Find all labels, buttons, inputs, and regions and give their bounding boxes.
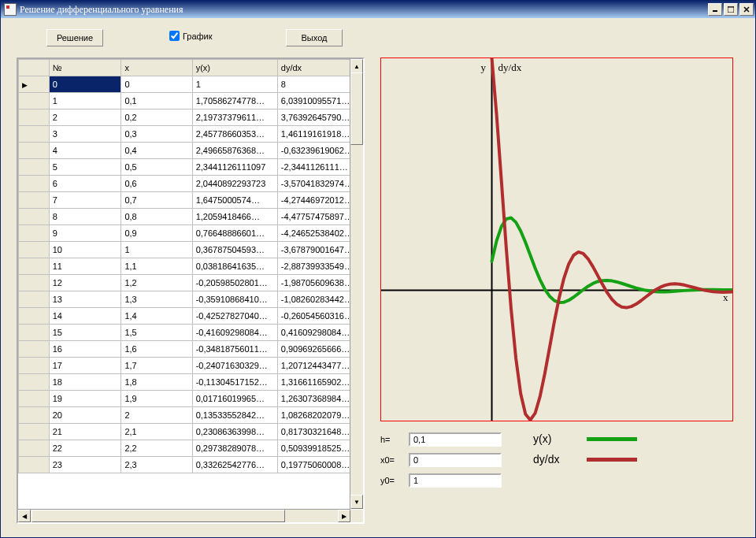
chart-checkbox-label[interactable]: График [183, 32, 213, 41]
cell[interactable]: 0,2 [121, 109, 192, 126]
cell[interactable]: 0,7 [121, 192, 192, 209]
cell[interactable]: -0,24071630329… [192, 358, 277, 374]
cell[interactable]: 2,3 [121, 457, 192, 473]
cell[interactable]: 6 [49, 176, 121, 192]
cell[interactable]: 1,2 [121, 275, 192, 291]
table-row[interactable]: 131,3-0,35910868410…-1,08260283442… [19, 291, 363, 308]
cell[interactable]: 2,0440892293723 [192, 176, 277, 192]
scroll-down-icon[interactable]: ▼ [350, 495, 363, 509]
cell[interactable]: 1 [192, 76, 277, 93]
table-row[interactable]: 2020,13533552842…1,08268202079… [19, 407, 363, 424]
h-input[interactable] [409, 432, 502, 447]
x0-input[interactable] [409, 453, 502, 467]
cell[interactable]: -0,35910868410… [192, 291, 277, 308]
table-row[interactable]: 191,90,01716019965…1,26307368984… [19, 391, 363, 407]
cell[interactable]: 1,6475000574… [192, 192, 277, 209]
table-row[interactable]: 80,81,2059418466…-4,47757475897… [19, 209, 363, 225]
cell[interactable]: 22 [49, 440, 121, 457]
cell[interactable]: 2,1 [121, 424, 192, 440]
cell[interactable]: 2,2 [121, 440, 192, 457]
scroll-right-icon[interactable]: ▶ [338, 510, 350, 522]
col-header-num[interactable]: № [49, 60, 121, 76]
cell[interactable]: 2,49665876368… [192, 143, 277, 159]
scroll-up-icon[interactable]: ▲ [350, 59, 363, 73]
table-row[interactable]: 20,22,19737379611…3,76392645790… [19, 109, 363, 126]
cell[interactable]: 8 [49, 209, 121, 225]
cell[interactable]: 10 [49, 242, 121, 258]
cell[interactable]: 0,9 [121, 225, 192, 242]
cell[interactable]: 2 [49, 109, 121, 126]
cell[interactable]: 1,4 [121, 308, 192, 325]
cell[interactable]: 0,76648886601… [192, 225, 277, 242]
cell[interactable]: 1,1 [121, 258, 192, 275]
close-button[interactable] [739, 3, 754, 16]
cell[interactable]: 2,3441126111097 [192, 159, 277, 176]
cell[interactable]: 0,1 [121, 93, 192, 109]
cell[interactable]: 2 [121, 407, 192, 424]
cell[interactable]: 0 [121, 76, 192, 93]
cell[interactable]: 0,3 [121, 126, 192, 143]
cell[interactable]: -0,20598502801… [192, 275, 277, 291]
cell[interactable]: 23 [49, 457, 121, 473]
table-row[interactable]: 161,6-0,34818756011…0,90969265666… [19, 341, 363, 358]
cell[interactable]: 20 [49, 407, 121, 424]
cell[interactable]: 1,5 [121, 325, 192, 341]
table-row[interactable]: 171,7-0,24071630329…1,20712443477… [19, 358, 363, 374]
table-row[interactable]: 212,10,23086363998…0,81730321648… [19, 424, 363, 440]
table-row[interactable]: 30,32,45778660353…1,46119161918… [19, 126, 363, 143]
cell[interactable]: 1 [121, 242, 192, 258]
cell[interactable]: 0 [49, 76, 121, 93]
scroll-thumb-h[interactable] [32, 510, 285, 522]
cell[interactable]: 1,6 [121, 341, 192, 358]
y0-input[interactable] [409, 473, 502, 488]
cell[interactable]: 1,7 [121, 358, 192, 374]
col-header-y[interactable]: y(x) [192, 60, 277, 76]
table-row[interactable]: 50,52,3441126111097-2,3441126111… [19, 159, 363, 176]
col-header-x[interactable]: x [121, 60, 192, 76]
cell[interactable]: 0,6 [121, 176, 192, 192]
cell[interactable]: 0,13533552842… [192, 407, 277, 424]
cell[interactable]: 14 [49, 308, 121, 325]
cell[interactable]: 1 [49, 93, 121, 109]
cell[interactable]: 0,4 [121, 143, 192, 159]
cell[interactable]: 15 [49, 325, 121, 341]
cell[interactable]: 7 [49, 192, 121, 209]
table-row[interactable]: 151,5-0,41609298084…0,41609298084… [19, 325, 363, 341]
table-row[interactable]: 60,62,0440892293723-3,57041832974… [19, 176, 363, 192]
table-row[interactable]: 111,10,03818641635…-2,88739933549… [19, 258, 363, 275]
exit-button[interactable]: Выход [286, 29, 343, 46]
table-row[interactable]: 222,20,29738289078…0,50939918525… [19, 440, 363, 457]
cell[interactable]: 0,29738289078… [192, 440, 277, 457]
table-row[interactable]: 10,11,70586274778…6,03910095571… [19, 93, 363, 109]
chart-checkbox[interactable] [169, 31, 180, 41]
minimize-button[interactable] [708, 3, 722, 16]
table-row[interactable]: 141,4-0,42527827040…-0,26054560316… [19, 308, 363, 325]
scroll-left-icon[interactable]: ◀ [18, 510, 31, 522]
cell[interactable]: 0,23086363998… [192, 424, 277, 440]
cell[interactable]: 0,33262542776… [192, 457, 277, 473]
maximize-button[interactable] [724, 3, 738, 16]
table-row[interactable]: 0018 [19, 76, 363, 93]
cell[interactable]: 0,01716019965… [192, 391, 277, 407]
cell[interactable]: 1,3 [121, 291, 192, 308]
cell[interactable]: 2,45778660353… [192, 126, 277, 143]
table-row[interactable]: 232,30,33262542776…0,19775060008… [19, 457, 363, 473]
cell[interactable]: -0,34818756011… [192, 341, 277, 358]
title-bar[interactable]: Решение дифференциального уравнения [1, 1, 755, 18]
cell[interactable]: 1,70586274778… [192, 93, 277, 109]
table-row[interactable]: 1010,36787504593…-3,67879001647… [19, 242, 363, 258]
table-row[interactable]: 181,8-0,11304517152…1,31661165902… [19, 374, 363, 391]
cell[interactable]: 16 [49, 341, 121, 358]
table-row[interactable]: 70,71,6475000574…-4,27446972012… [19, 192, 363, 209]
cell[interactable]: 0,5 [121, 159, 192, 176]
table-row[interactable]: 121,2-0,20598502801…-1,98705609638… [19, 275, 363, 291]
table-row[interactable]: 40,42,49665876368…-0,63239619062… [19, 143, 363, 159]
horizontal-scrollbar[interactable]: ◀ ▶ [18, 509, 350, 522]
cell[interactable]: 21 [49, 424, 121, 440]
cell[interactable]: 12 [49, 275, 121, 291]
cell[interactable]: -0,41609298084… [192, 325, 277, 341]
vertical-scrollbar[interactable]: ▲ ▼ [350, 59, 363, 509]
solve-button[interactable]: Решение [46, 29, 103, 46]
cell[interactable]: 3 [49, 126, 121, 143]
cell[interactable]: 18 [49, 374, 121, 391]
